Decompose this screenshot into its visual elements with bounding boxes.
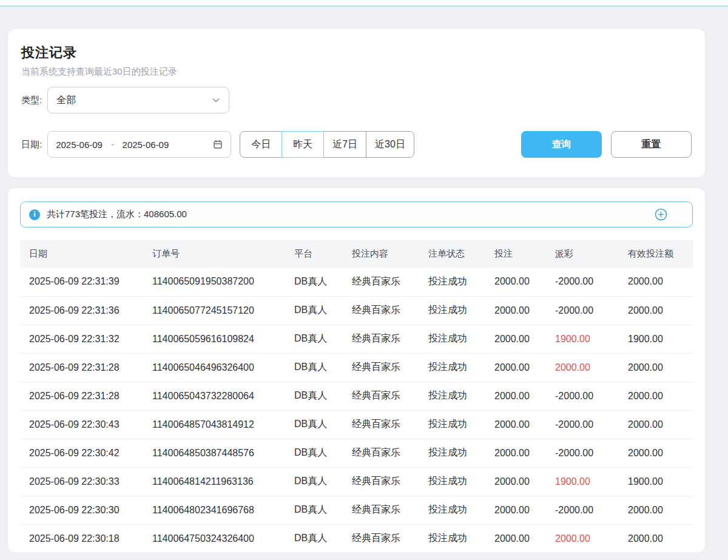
cell-platform: DB真人: [285, 353, 343, 382]
cell-status: 投注成功: [419, 410, 485, 439]
cell-valid: 2000.00: [619, 524, 693, 552]
table-row: 2025-06-09 22:30:181140064750324326400DB…: [20, 524, 693, 552]
column-header-1: 订单号: [143, 240, 285, 268]
cell-order_no: 1140064802341696768: [143, 496, 285, 524]
type-label: 类型:: [21, 95, 42, 106]
cell-content: 经典百家乐: [343, 467, 419, 496]
cell-bet: 2000.00: [485, 382, 546, 410]
cell-bet: 2000.00: [485, 410, 546, 439]
cell-date: 2025-06-09 22:31:36: [20, 296, 143, 325]
cell-bet: 2000.00: [485, 467, 546, 496]
cell-bet: 2000.00: [485, 353, 546, 382]
cell-status: 投注成功: [419, 382, 485, 410]
results-panel: i 共计773笔投注，流水：408605.00 日期订单号平台投注内容注单状态投…: [8, 188, 705, 552]
expand-plus-icon[interactable]: [655, 208, 667, 221]
cell-payout: -2000.00: [546, 382, 619, 410]
cell-platform: DB真人: [285, 496, 343, 524]
table-row: 2025-06-09 22:30:331140064814211963136DB…: [20, 467, 693, 496]
column-header-0: 日期: [20, 240, 143, 268]
cell-bet: 2000.00: [485, 439, 546, 467]
cell-date: 2025-06-09 22:30:33: [20, 467, 143, 496]
quick-range-button-3[interactable]: 近30日: [366, 131, 414, 158]
cell-content: 经典百家乐: [343, 382, 419, 410]
bet-records-table: 日期订单号平台投注内容注单状态投注派彩有效投注额 2025-06-09 22:3…: [20, 240, 693, 552]
cell-status: 投注成功: [419, 439, 485, 467]
cell-content: 经典百家乐: [343, 268, 419, 296]
cell-content: 经典百家乐: [343, 353, 419, 382]
cell-date: 2025-06-09 22:30:42: [20, 439, 143, 467]
cell-order_no: 1140065077245157120: [143, 296, 285, 325]
filter-panel: 投注记录 当前系统支持查询最近30日的投注记录 类型: 全部 日期: 2025-…: [8, 29, 705, 177]
cell-order_no: 1140065043732280064: [143, 382, 285, 410]
quick-range-button-0[interactable]: 今日: [240, 131, 282, 158]
cell-payout: -2000.00: [546, 296, 619, 325]
calendar-icon: [213, 140, 223, 149]
cell-date: 2025-06-09 22:30:30: [20, 496, 143, 524]
page-subtitle: 当前系统支持查询最近30日的投注记录: [21, 66, 692, 78]
cell-platform: DB真人: [285, 268, 343, 296]
type-select-value: 全部: [56, 94, 76, 107]
search-button[interactable]: 查询: [521, 131, 602, 158]
cell-valid: 2000.00: [619, 296, 693, 325]
cell-content: 经典百家乐: [343, 439, 419, 467]
info-icon: i: [29, 209, 40, 220]
quick-range-button-2[interactable]: 近7日: [323, 131, 366, 158]
cell-date: 2025-06-09 22:31:32: [20, 325, 143, 353]
type-select[interactable]: 全部: [47, 87, 229, 113]
cell-date: 2025-06-09 22:30:18: [20, 524, 143, 552]
cell-valid: 1900.00: [619, 467, 693, 496]
cell-order_no: 1140065046496326400: [143, 353, 285, 382]
date-start-value: 2025-06-09: [56, 140, 103, 150]
cell-valid: 2000.00: [619, 439, 693, 467]
top-divider: [0, 0, 728, 7]
date-range-input[interactable]: 2025-06-09 - 2025-06-09: [47, 131, 231, 158]
table-row: 2025-06-09 22:31:391140065091950387200DB…: [20, 268, 693, 296]
cell-platform: DB真人: [285, 410, 343, 439]
table-header: 日期订单号平台投注内容注单状态投注派彩有效投注额: [20, 240, 693, 268]
cell-payout: 1900.00: [546, 467, 619, 496]
cell-valid: 2000.00: [619, 496, 693, 524]
cell-payout: 2000.00: [546, 524, 619, 552]
cell-payout: 2000.00: [546, 353, 619, 382]
cell-order_no: 1140065091950387200: [143, 268, 285, 296]
cell-bet: 2000.00: [485, 524, 546, 552]
column-header-6: 派彩: [546, 240, 619, 268]
cell-order_no: 1140064857043814912: [143, 410, 285, 439]
chevron-down-icon: [212, 96, 220, 104]
type-filter-row: 类型: 全部: [21, 87, 692, 113]
cell-payout: -2000.00: [546, 496, 619, 524]
table-row: 2025-06-09 22:31:281140065043732280064DB…: [20, 382, 693, 410]
cell-payout: -2000.00: [546, 410, 619, 439]
table-row: 2025-06-09 22:30:301140064802341696768DB…: [20, 496, 693, 524]
table-row: 2025-06-09 22:31:281140065046496326400DB…: [20, 353, 693, 382]
cell-status: 投注成功: [419, 524, 485, 552]
cell-content: 经典百家乐: [343, 296, 419, 325]
cell-date: 2025-06-09 22:31:28: [20, 382, 143, 410]
cell-order_no: 1140064750324326400: [143, 524, 285, 552]
summary-banner: i 共计773笔投注，流水：408605.00: [20, 201, 693, 228]
cell-platform: DB真人: [285, 439, 343, 467]
column-header-4: 注单状态: [419, 240, 485, 268]
column-header-5: 投注: [485, 240, 546, 268]
quick-range-button-1[interactable]: 昨天: [281, 131, 324, 158]
cell-bet: 2000.00: [485, 268, 546, 296]
page-title: 投注记录: [21, 44, 692, 62]
filter-actions: 查询 重置: [521, 131, 692, 158]
cell-date: 2025-06-09 22:30:43: [20, 410, 143, 439]
cell-valid: 2000.00: [619, 353, 693, 382]
date-range-separator: -: [111, 140, 114, 149]
reset-button[interactable]: 重置: [611, 131, 692, 158]
cell-platform: DB真人: [285, 325, 343, 353]
date-filter-row: 日期: 2025-06-09 - 2025-06-09 今日昨天近7日近30日 …: [21, 131, 692, 158]
summary-text: 共计773笔投注，流水：408605.00: [47, 209, 187, 220]
cell-valid: 2000.00: [619, 382, 693, 410]
column-header-3: 投注内容: [343, 240, 419, 268]
cell-bet: 2000.00: [485, 296, 546, 325]
quick-range-group: 今日昨天近7日近30日: [240, 131, 414, 158]
cell-order_no: 1140064814211963136: [143, 467, 285, 496]
cell-platform: DB真人: [285, 524, 343, 552]
table-row: 2025-06-09 22:30:431140064857043814912DB…: [20, 410, 693, 439]
table-row: 2025-06-09 22:31:321140065059616109824DB…: [20, 325, 693, 353]
cell-payout: -2000.00: [546, 439, 619, 467]
cell-bet: 2000.00: [485, 325, 546, 353]
